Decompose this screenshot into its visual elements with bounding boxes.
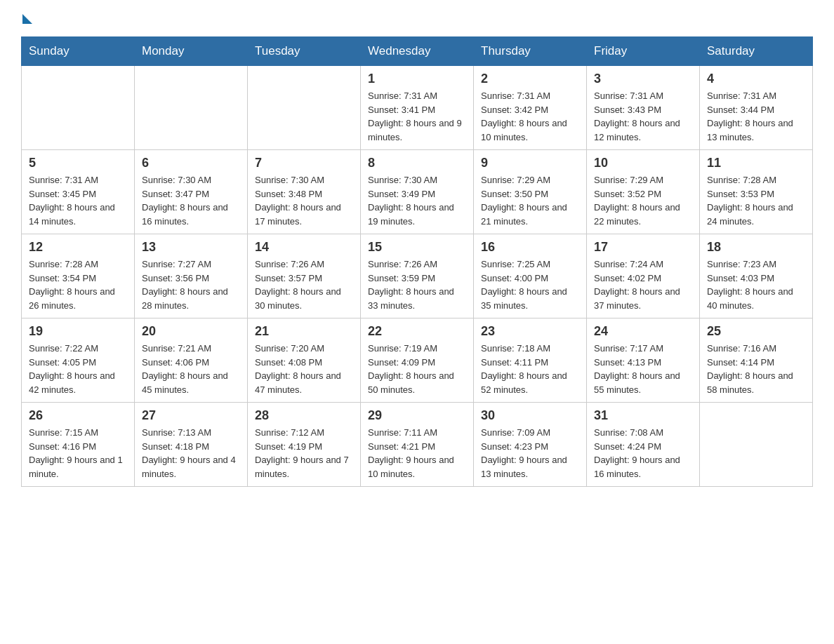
day-info: Sunrise: 7:31 AM Sunset: 3:44 PM Dayligh… <box>707 89 805 144</box>
calendar-day-24: 24Sunrise: 7:17 AM Sunset: 4:13 PM Dayli… <box>587 318 700 403</box>
day-info: Sunrise: 7:20 AM Sunset: 4:08 PM Dayligh… <box>255 342 353 396</box>
calendar-day-14: 14Sunrise: 7:26 AM Sunset: 3:57 PM Dayli… <box>248 234 361 318</box>
day-number: 31 <box>594 408 692 423</box>
day-info: Sunrise: 7:30 AM Sunset: 3:47 PM Dayligh… <box>142 173 240 228</box>
logo-triangle-icon <box>22 14 32 24</box>
calendar-day-27: 27Sunrise: 7:13 AM Sunset: 4:18 PM Dayli… <box>135 403 248 487</box>
day-info: Sunrise: 7:26 AM Sunset: 3:59 PM Dayligh… <box>368 257 466 312</box>
day-info: Sunrise: 7:29 AM Sunset: 3:50 PM Dayligh… <box>481 173 579 228</box>
calendar-table: SundayMondayTuesdayWednesdayThursdayFrid… <box>21 36 813 487</box>
calendar-day-30: 30Sunrise: 7:09 AM Sunset: 4:23 PM Dayli… <box>474 403 587 487</box>
calendar-day-empty <box>248 66 361 150</box>
calendar-day-3: 3Sunrise: 7:31 AM Sunset: 3:43 PM Daylig… <box>587 66 700 150</box>
day-number: 5 <box>29 156 127 170</box>
day-info: Sunrise: 7:25 AM Sunset: 4:00 PM Dayligh… <box>481 257 579 312</box>
day-info: Sunrise: 7:09 AM Sunset: 4:23 PM Dayligh… <box>481 426 579 481</box>
calendar-day-9: 9Sunrise: 7:29 AM Sunset: 3:50 PM Daylig… <box>474 150 587 234</box>
day-info: Sunrise: 7:30 AM Sunset: 3:48 PM Dayligh… <box>255 173 353 228</box>
calendar-day-5: 5Sunrise: 7:31 AM Sunset: 3:45 PM Daylig… <box>22 150 135 234</box>
calendar-day-18: 18Sunrise: 7:23 AM Sunset: 4:03 PM Dayli… <box>700 234 813 318</box>
calendar-day-2: 2Sunrise: 7:31 AM Sunset: 3:42 PM Daylig… <box>474 66 587 150</box>
day-number: 8 <box>368 156 466 170</box>
day-number: 17 <box>594 240 692 255</box>
calendar-day-11: 11Sunrise: 7:28 AM Sunset: 3:53 PM Dayli… <box>700 150 813 234</box>
weekday-header-saturday: Saturday <box>700 37 813 66</box>
calendar-day-26: 26Sunrise: 7:15 AM Sunset: 4:16 PM Dayli… <box>22 403 135 487</box>
day-info: Sunrise: 7:28 AM Sunset: 3:54 PM Dayligh… <box>29 257 127 312</box>
day-number: 7 <box>255 156 353 170</box>
calendar-day-20: 20Sunrise: 7:21 AM Sunset: 4:06 PM Dayli… <box>135 318 248 403</box>
calendar-day-28: 28Sunrise: 7:12 AM Sunset: 4:19 PM Dayli… <box>248 403 361 487</box>
day-info: Sunrise: 7:17 AM Sunset: 4:13 PM Dayligh… <box>594 342 692 396</box>
day-info: Sunrise: 7:31 AM Sunset: 3:45 PM Dayligh… <box>29 173 127 228</box>
day-info: Sunrise: 7:13 AM Sunset: 4:18 PM Dayligh… <box>142 426 240 481</box>
weekday-header-monday: Monday <box>135 37 248 66</box>
page-header <box>21 14 813 29</box>
calendar-day-15: 15Sunrise: 7:26 AM Sunset: 3:59 PM Dayli… <box>361 234 474 318</box>
calendar-day-29: 29Sunrise: 7:11 AM Sunset: 4:21 PM Dayli… <box>361 403 474 487</box>
day-info: Sunrise: 7:27 AM Sunset: 3:56 PM Dayligh… <box>142 257 240 312</box>
calendar-day-10: 10Sunrise: 7:29 AM Sunset: 3:52 PM Dayli… <box>587 150 700 234</box>
day-info: Sunrise: 7:21 AM Sunset: 4:06 PM Dayligh… <box>142 342 240 396</box>
day-info: Sunrise: 7:30 AM Sunset: 3:49 PM Dayligh… <box>368 173 466 228</box>
calendar-day-22: 22Sunrise: 7:19 AM Sunset: 4:09 PM Dayli… <box>361 318 474 403</box>
day-number: 21 <box>255 324 353 339</box>
day-number: 1 <box>368 72 466 86</box>
calendar-day-21: 21Sunrise: 7:20 AM Sunset: 4:08 PM Dayli… <box>248 318 361 403</box>
calendar-day-12: 12Sunrise: 7:28 AM Sunset: 3:54 PM Dayli… <box>22 234 135 318</box>
calendar-day-13: 13Sunrise: 7:27 AM Sunset: 3:56 PM Dayli… <box>135 234 248 318</box>
day-number: 28 <box>255 408 353 423</box>
weekday-header-tuesday: Tuesday <box>248 37 361 66</box>
day-number: 6 <box>142 156 240 170</box>
day-number: 22 <box>368 324 466 339</box>
day-info: Sunrise: 7:23 AM Sunset: 4:03 PM Dayligh… <box>707 257 805 312</box>
day-number: 25 <box>707 324 805 339</box>
day-number: 13 <box>142 240 240 255</box>
day-number: 27 <box>142 408 240 423</box>
day-info: Sunrise: 7:11 AM Sunset: 4:21 PM Dayligh… <box>368 426 466 481</box>
calendar-day-17: 17Sunrise: 7:24 AM Sunset: 4:02 PM Dayli… <box>587 234 700 318</box>
weekday-header-sunday: Sunday <box>22 37 135 66</box>
calendar-day-31: 31Sunrise: 7:08 AM Sunset: 4:24 PM Dayli… <box>587 403 700 487</box>
calendar-week-row: 5Sunrise: 7:31 AM Sunset: 3:45 PM Daylig… <box>22 150 813 234</box>
day-number: 16 <box>481 240 579 255</box>
day-number: 10 <box>594 156 692 170</box>
day-info: Sunrise: 7:29 AM Sunset: 3:52 PM Dayligh… <box>594 173 692 228</box>
calendar-week-row: 19Sunrise: 7:22 AM Sunset: 4:05 PM Dayli… <box>22 318 813 403</box>
day-number: 23 <box>481 324 579 339</box>
day-info: Sunrise: 7:24 AM Sunset: 4:02 PM Dayligh… <box>594 257 692 312</box>
day-number: 15 <box>368 240 466 255</box>
day-number: 19 <box>29 324 127 339</box>
calendar-week-row: 26Sunrise: 7:15 AM Sunset: 4:16 PM Dayli… <box>22 403 813 487</box>
day-info: Sunrise: 7:31 AM Sunset: 3:43 PM Dayligh… <box>594 89 692 144</box>
day-number: 2 <box>481 72 579 86</box>
day-info: Sunrise: 7:18 AM Sunset: 4:11 PM Dayligh… <box>481 342 579 396</box>
day-number: 30 <box>481 408 579 423</box>
day-info: Sunrise: 7:16 AM Sunset: 4:14 PM Dayligh… <box>707 342 805 396</box>
calendar-week-row: 1Sunrise: 7:31 AM Sunset: 3:41 PM Daylig… <box>22 66 813 150</box>
calendar-day-empty <box>135 66 248 150</box>
day-info: Sunrise: 7:22 AM Sunset: 4:05 PM Dayligh… <box>29 342 127 396</box>
day-number: 12 <box>29 240 127 255</box>
day-info: Sunrise: 7:28 AM Sunset: 3:53 PM Dayligh… <box>707 173 805 228</box>
day-number: 26 <box>29 408 127 423</box>
day-number: 11 <box>707 156 805 170</box>
day-info: Sunrise: 7:26 AM Sunset: 3:57 PM Dayligh… <box>255 257 353 312</box>
day-info: Sunrise: 7:12 AM Sunset: 4:19 PM Dayligh… <box>255 426 353 481</box>
calendar-day-empty <box>700 403 813 487</box>
weekday-header-wednesday: Wednesday <box>361 37 474 66</box>
calendar-day-7: 7Sunrise: 7:30 AM Sunset: 3:48 PM Daylig… <box>248 150 361 234</box>
day-number: 3 <box>594 72 692 86</box>
calendar-day-23: 23Sunrise: 7:18 AM Sunset: 4:11 PM Dayli… <box>474 318 587 403</box>
day-number: 24 <box>594 324 692 339</box>
day-number: 9 <box>481 156 579 170</box>
weekday-header-friday: Friday <box>587 37 700 66</box>
weekday-header-row: SundayMondayTuesdayWednesdayThursdayFrid… <box>22 37 813 66</box>
logo <box>21 14 32 29</box>
calendar-day-19: 19Sunrise: 7:22 AM Sunset: 4:05 PM Dayli… <box>22 318 135 403</box>
day-info: Sunrise: 7:31 AM Sunset: 3:42 PM Dayligh… <box>481 89 579 144</box>
weekday-header-thursday: Thursday <box>474 37 587 66</box>
day-info: Sunrise: 7:19 AM Sunset: 4:09 PM Dayligh… <box>368 342 466 396</box>
day-info: Sunrise: 7:31 AM Sunset: 3:41 PM Dayligh… <box>368 89 466 144</box>
calendar-day-empty <box>22 66 135 150</box>
